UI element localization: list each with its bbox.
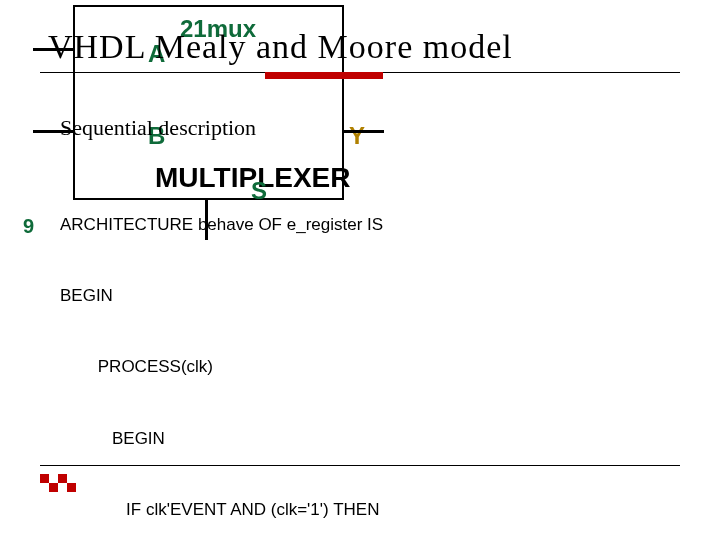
red-checker-icon [40,474,72,496]
port-y-label: Y [349,122,365,150]
code-block: ARCHITECTURE behave OF e_register IS BEG… [60,165,383,540]
port-y-line [344,130,384,133]
page-title: VHDL Mealy and Moore model [48,28,513,66]
code-line: ARCHITECTURE behave OF e_register IS [60,213,383,237]
wire-label-9: 9 [23,215,34,238]
slide: 21mux MULTIPLEXER A B Y S 9 VHDL Mealy a… [0,0,720,540]
code-line: PROCESS(clk) [60,355,383,379]
code-line: BEGIN [60,427,383,451]
subtitle: Sequential description [60,115,256,141]
bottom-rule [40,465,680,466]
code-line: IF clk'EVENT AND (clk='1') THEN [60,498,383,522]
red-accent [265,72,383,79]
code-line: BEGIN [60,284,383,308]
